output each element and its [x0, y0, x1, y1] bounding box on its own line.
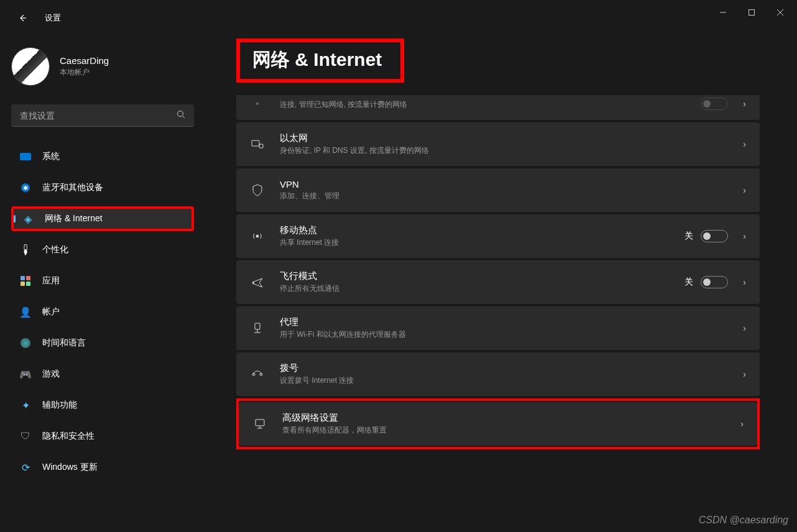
airplane-icon	[250, 276, 265, 288]
network-icon: ◈	[22, 213, 34, 224]
toggle-label: 关	[684, 277, 693, 288]
svg-line-5	[183, 116, 185, 118]
watermark: CSDN @caesarding	[699, 515, 788, 526]
nav-list: 系统 ✱蓝牙和其他设备 ◈网络 & Internet 🖌个性化 应用 👤帐户 时…	[11, 144, 194, 486]
nav-gaming[interactable]: 🎮游戏	[11, 362, 194, 387]
nav-privacy[interactable]: 🛡隐私和安全性	[11, 424, 194, 449]
wifi-icon: •	[250, 98, 265, 109]
nav-update[interactable]: ⟳Windows 更新	[11, 455, 194, 480]
card-ethernet[interactable]: 以太网身份验证, IP 和 DNS 设置, 按流量计费的网络 ›	[236, 122, 760, 166]
chevron-right-icon: ›	[743, 323, 746, 333]
card-vpn[interactable]: VPN添加、连接、管理 ›	[236, 168, 760, 212]
sidebar: CaesarDing 本地帐户 系统 ✱蓝牙和其他设备 ◈网络 & Intern…	[0, 25, 205, 532]
nav-network[interactable]: ◈网络 & Internet	[11, 206, 194, 231]
nav-label: 网络 & Internet	[45, 213, 103, 224]
avatar	[11, 47, 50, 86]
nav-label: 隐私和安全性	[42, 431, 94, 442]
game-icon: 🎮	[20, 369, 31, 380]
nav-label: 辅助功能	[42, 400, 77, 411]
nav-label: 蓝牙和其他设备	[42, 182, 103, 193]
card-sub: 用于 Wi-Fi 和以太网连接的代理服务器	[280, 329, 728, 340]
chevron-right-icon: ›	[743, 369, 746, 379]
card-title: 拨号	[280, 362, 728, 374]
svg-rect-14	[256, 420, 264, 426]
nav-label: 应用	[42, 275, 60, 287]
toggle-label: 关	[684, 231, 693, 242]
svg-rect-1	[749, 10, 755, 16]
card-title: 高级网络设置	[282, 412, 726, 424]
chevron-right-icon: ›	[743, 99, 746, 109]
card-title: VPN	[280, 179, 728, 190]
hotspot-toggle[interactable]	[701, 230, 728, 242]
profile-sub: 本地帐户	[60, 67, 109, 78]
user-icon: 👤	[20, 306, 31, 318]
app-title: 设置	[45, 12, 61, 24]
globe-icon	[20, 337, 31, 349]
nav-accessibility[interactable]: ✦辅助功能	[11, 393, 194, 418]
card-title: 飞行模式	[280, 270, 670, 282]
svg-rect-6	[252, 140, 259, 146]
card-wifi-partial[interactable]: • 连接, 管理已知网络, 按流量计费的网络 ›	[236, 95, 760, 120]
nav-label: 个性化	[42, 244, 68, 255]
card-dialup[interactable]: 拨号设置拨号 Internet 连接 ›	[236, 352, 760, 396]
vpn-shield-icon	[250, 184, 265, 196]
search-box[interactable]	[11, 104, 194, 127]
nav-apps[interactable]: 应用	[11, 268, 194, 293]
wifi-toggle[interactable]	[701, 98, 728, 110]
hotspot-icon	[250, 230, 265, 242]
back-button[interactable]	[17, 13, 27, 23]
svg-point-8	[256, 235, 259, 237]
bluetooth-icon: ✱	[20, 182, 31, 193]
card-airplane[interactable]: 飞行模式停止所有无线通信 关 ›	[236, 260, 760, 304]
card-sub: 查看所有网络适配器，网络重置	[282, 425, 726, 436]
nav-bluetooth[interactable]: ✱蓝牙和其他设备	[11, 175, 194, 200]
close-button[interactable]	[766, 2, 795, 22]
brush-icon: 🖌	[17, 242, 33, 257]
chevron-right-icon: ›	[743, 277, 746, 287]
display-icon	[20, 151, 31, 162]
card-title: 移动热点	[280, 224, 670, 236]
chevron-right-icon: ›	[743, 185, 746, 195]
card-title: 代理	[280, 316, 728, 328]
card-sub: 身份验证, IP 和 DNS 设置, 按流量计费的网络	[280, 145, 728, 156]
card-sub: 连接, 管理已知网络, 按流量计费的网络	[280, 99, 686, 110]
card-sub: 添加、连接、管理	[280, 191, 728, 201]
page-title: 网络 & Internet	[236, 39, 404, 83]
update-icon: ⟳	[20, 462, 31, 473]
main-content: 网络 & Internet • 连接, 管理已知网络, 按流量计费的网络 › 以…	[205, 25, 797, 532]
accessibility-icon: ✦	[20, 400, 31, 411]
svg-rect-9	[255, 323, 260, 329]
profile-block[interactable]: CaesarDing 本地帐户	[11, 25, 194, 104]
maximize-button[interactable]	[737, 2, 766, 22]
card-title: 以太网	[280, 132, 728, 144]
proxy-icon	[250, 322, 265, 334]
nav-label: 游戏	[42, 369, 60, 380]
nav-label: 系统	[42, 151, 60, 162]
phone-icon	[250, 368, 265, 380]
chevron-right-icon: ›	[743, 231, 746, 241]
nav-accounts[interactable]: 👤帐户	[11, 300, 194, 324]
nav-label: Windows 更新	[42, 462, 98, 473]
card-sub: 共享 Internet 连接	[280, 237, 670, 248]
apps-icon	[20, 275, 31, 287]
nav-system[interactable]: 系统	[11, 144, 194, 169]
search-input[interactable]	[20, 111, 177, 121]
card-sub: 设置拨号 Internet 连接	[280, 375, 728, 386]
shield-icon: 🛡	[20, 431, 31, 442]
profile-name: CaesarDing	[60, 55, 109, 66]
minimize-button[interactable]	[709, 2, 737, 22]
svg-rect-7	[259, 144, 263, 148]
advanced-network-icon	[252, 418, 267, 430]
nav-time[interactable]: 时间和语言	[11, 331, 194, 355]
card-hotspot[interactable]: 移动热点共享 Internet 连接 关 ›	[236, 214, 760, 258]
airplane-toggle[interactable]	[701, 276, 728, 288]
svg-rect-12	[252, 374, 255, 375]
card-advanced[interactable]: 高级网络设置查看所有网络适配器，网络重置 ›	[239, 402, 757, 446]
nav-personalization[interactable]: 🖌个性化	[11, 237, 194, 262]
chevron-right-icon: ›	[743, 139, 746, 149]
ethernet-icon	[250, 138, 265, 150]
card-proxy[interactable]: 代理用于 Wi-Fi 和以太网连接的代理服务器 ›	[236, 306, 760, 350]
svg-point-4	[178, 111, 183, 117]
card-sub: 停止所有无线通信	[280, 283, 670, 294]
search-icon	[177, 110, 185, 121]
